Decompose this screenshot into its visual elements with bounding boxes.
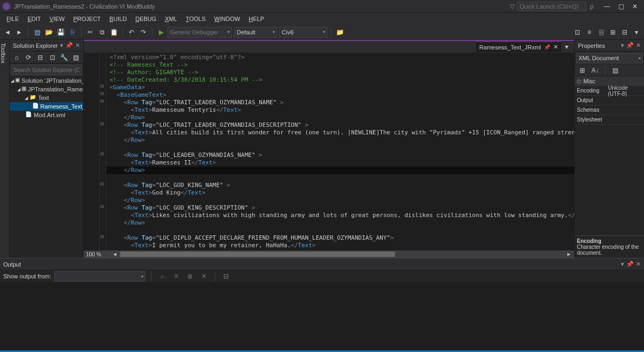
code-editor[interactable]: <?xml version="1.0" encoding="utf-8"?><!… bbox=[106, 53, 574, 250]
tree-item[interactable]: ◢▦JPTranslation_Ramesses2 bbox=[10, 85, 83, 94]
new-project-button[interactable]: ▤ bbox=[32, 27, 42, 38]
fold-icon[interactable]: ⊟ bbox=[100, 91, 104, 96]
save-all-button[interactable]: ⎘ bbox=[67, 27, 78, 38]
save-button[interactable]: 💾 bbox=[55, 27, 66, 38]
properties-panel: Properties ▾📌✕ XML Document ⊞ A↓ ▤ ▢ Mis… bbox=[574, 40, 644, 258]
panel-dropdown-icon[interactable]: ▾ bbox=[621, 261, 624, 268]
menubar: FILEEDITVIEWPROJECTBUILDDEBUGXMLTOOLSWIN… bbox=[0, 13, 644, 25]
output-wrap-icon[interactable]: ⊟ bbox=[221, 271, 231, 282]
solution-search-input[interactable] bbox=[11, 64, 82, 75]
collapse-icon[interactable]: ⊟ bbox=[35, 52, 45, 63]
tree-item[interactable]: 📄Ramesess_Text_JRxml bbox=[10, 102, 83, 111]
categorize-icon[interactable]: ⊞ bbox=[577, 65, 588, 76]
tree-item[interactable]: 📄Mod.Art.xml bbox=[10, 111, 83, 119]
quicklaunch-input[interactable] bbox=[517, 2, 587, 11]
paste-button[interactable]: 📋 bbox=[108, 27, 119, 38]
menu-file[interactable]: FILE bbox=[2, 15, 23, 23]
minimize-button[interactable]: — bbox=[600, 3, 614, 10]
prop-page-icon[interactable]: ▤ bbox=[610, 65, 620, 76]
fold-icon[interactable]: ⊟ bbox=[100, 99, 104, 104]
alpha-sort-icon[interactable]: A↓ bbox=[590, 65, 601, 76]
showall-icon[interactable]: ⊡ bbox=[48, 52, 57, 63]
tab-dropdown-icon[interactable]: ▾ bbox=[561, 41, 572, 52]
tool-tag-icon[interactable]: ≡ bbox=[584, 27, 595, 38]
fold-icon[interactable]: ⊟ bbox=[100, 204, 104, 209]
tool-more-icon[interactable]: ▾ bbox=[631, 27, 642, 38]
fold-gutter[interactable]: ⊟⊟⊟⊟⊟⊟⊟⊟⊟⊟⊟⊟ bbox=[100, 53, 106, 250]
scroll-left-icon[interactable]: ◄ bbox=[109, 249, 120, 260]
search-icon: ρ bbox=[590, 3, 594, 10]
tree-item[interactable]: ◢▣Solution 'JPTranslation_Ramess bbox=[10, 76, 83, 85]
menu-edit[interactable]: EDIT bbox=[23, 15, 45, 23]
menu-view[interactable]: VIEW bbox=[45, 15, 69, 23]
fold-icon[interactable]: ⊟ bbox=[100, 84, 104, 89]
config-dropdown[interactable]: Default bbox=[234, 27, 277, 38]
output-clear-icon[interactable]: ✕ bbox=[199, 271, 209, 282]
properties-object-dropdown[interactable]: XML Document bbox=[576, 53, 643, 63]
output-from-label: Show output from: bbox=[3, 273, 51, 279]
output-next-icon[interactable]: ≣ bbox=[185, 271, 195, 282]
menu-project[interactable]: PROJECT bbox=[69, 15, 105, 23]
pin-icon[interactable]: 📌 bbox=[544, 45, 550, 50]
tool-display-icon[interactable]: ⊡ bbox=[572, 27, 583, 38]
fold-icon[interactable]: ⊟ bbox=[100, 121, 104, 126]
solution-tree: ◢▣Solution 'JPTranslation_Ramess◢▦JPTran… bbox=[10, 76, 83, 258]
menu-build[interactable]: BUILD bbox=[105, 15, 131, 23]
open-button[interactable]: 📂 bbox=[43, 27, 54, 38]
preview-icon[interactable]: ▤ bbox=[71, 52, 81, 63]
cut-button[interactable]: ✂ bbox=[85, 27, 96, 38]
properties-icon[interactable]: 🔧 bbox=[60, 52, 69, 63]
output-find-icon[interactable]: ⌕ bbox=[157, 271, 167, 282]
scroll-right-icon[interactable]: ► bbox=[564, 249, 574, 260]
tree-item[interactable]: ◢📁Text bbox=[10, 94, 83, 102]
solution-title: Solution Explorer bbox=[13, 42, 58, 49]
tool-schema-icon[interactable]: ⌸ bbox=[596, 27, 606, 38]
output-prev-icon[interactable]: ≡ bbox=[171, 271, 181, 282]
close-button[interactable]: ✕ bbox=[628, 3, 642, 10]
panel-dropdown-icon[interactable]: ▾ bbox=[60, 42, 63, 49]
maximize-button[interactable]: ▢ bbox=[614, 3, 628, 10]
copy-button[interactable]: ⧉ bbox=[97, 27, 107, 38]
panel-close-icon[interactable]: ✕ bbox=[636, 261, 641, 268]
panel-pin-icon[interactable]: 📌 bbox=[626, 261, 634, 268]
start-debug-button[interactable]: ▶ bbox=[156, 27, 166, 38]
undo-button[interactable]: ↶ bbox=[126, 27, 137, 38]
find-button[interactable]: 📁 bbox=[334, 27, 345, 38]
output-from-dropdown[interactable] bbox=[54, 271, 145, 282]
editor-tab[interactable]: Ramesess_Text_JRxml 📌 ✕ bbox=[476, 41, 561, 52]
fold-icon[interactable]: ⊟ bbox=[100, 182, 104, 186]
tool-grid-icon[interactable]: ⊞ bbox=[608, 27, 618, 38]
property-row[interactable]: Stylesheet bbox=[575, 115, 644, 125]
panel-dropdown-icon[interactable]: ▾ bbox=[621, 42, 624, 49]
debugger-dropdown[interactable]: Generic Debugger bbox=[167, 27, 232, 38]
menu-xml[interactable]: XML bbox=[160, 15, 181, 23]
redo-button[interactable]: ↷ bbox=[138, 27, 149, 38]
menu-window[interactable]: WINDOW bbox=[210, 15, 244, 23]
zoom-dropdown[interactable]: 100 % bbox=[84, 252, 109, 257]
panel-close-icon[interactable]: ✕ bbox=[75, 42, 80, 49]
breakpoint-gutter[interactable] bbox=[84, 53, 100, 250]
property-row[interactable]: EncodingUnicode (UTF-8) bbox=[575, 86, 644, 96]
h-scrollbar[interactable] bbox=[120, 251, 564, 257]
tab-close-icon[interactable]: ✕ bbox=[553, 44, 558, 51]
panel-close-icon[interactable]: ✕ bbox=[636, 42, 641, 49]
toolbox-strip[interactable]: Toolbox bbox=[0, 40, 10, 258]
fold-icon[interactable]: ⊟ bbox=[100, 152, 104, 156]
menu-debug[interactable]: DEBUG bbox=[131, 15, 160, 23]
nav-fwd-button[interactable]: ► bbox=[14, 27, 25, 38]
output-body[interactable] bbox=[0, 282, 644, 350]
menu-tools[interactable]: TOOLS bbox=[181, 15, 210, 23]
sync-icon[interactable]: ⟳ bbox=[24, 52, 33, 63]
nav-back-button[interactable]: ◄ bbox=[2, 27, 13, 38]
home-icon[interactable]: ⌂ bbox=[12, 52, 21, 63]
panel-pin-icon[interactable]: 📌 bbox=[626, 42, 634, 49]
property-row[interactable]: Schemas bbox=[575, 105, 644, 115]
fold-icon[interactable]: ⊟ bbox=[100, 234, 104, 239]
solution-explorer-panel: Solution Explorer ▾📌✕ ⌂ ⟳ ⊟ ⊡ 🔧 ▤ ◢▣Solu… bbox=[10, 40, 84, 258]
property-row[interactable]: Output bbox=[575, 96, 644, 105]
tool-layout-icon[interactable]: ⊟ bbox=[619, 27, 630, 38]
platform-dropdown[interactable]: Civ6 bbox=[279, 27, 327, 38]
property-description: Encoding Character encoding of the docum… bbox=[575, 235, 644, 258]
panel-pin-icon[interactable]: 📌 bbox=[65, 42, 73, 49]
menu-help[interactable]: HELP bbox=[244, 15, 268, 23]
